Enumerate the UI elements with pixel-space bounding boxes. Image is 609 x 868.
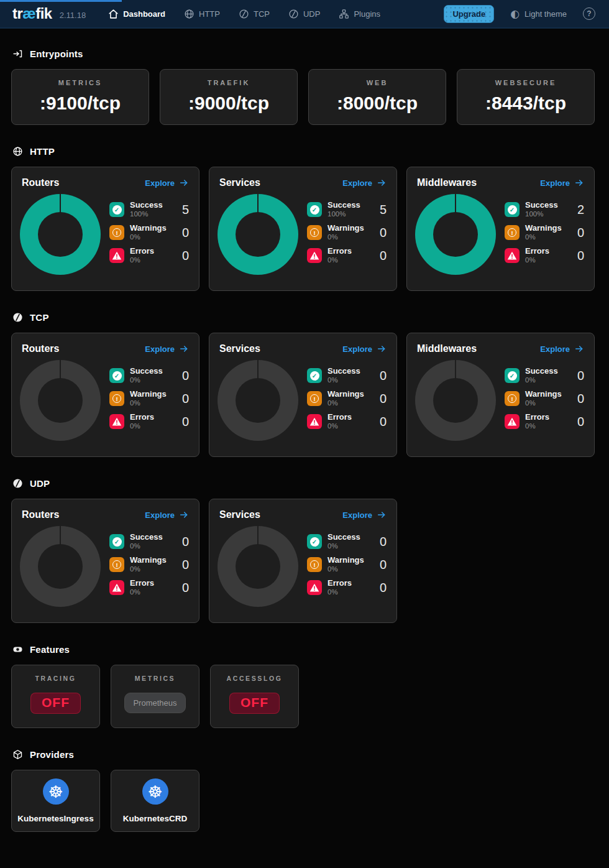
legend-percent: 0% <box>327 233 364 241</box>
nav-label: TCP <box>254 9 270 19</box>
nav-item-plugins[interactable]: Plugins <box>339 9 380 19</box>
nav-item-dashboard[interactable]: Dashboard <box>108 9 165 19</box>
explore-link[interactable]: Explore <box>342 178 387 188</box>
arrow-right-icon <box>377 178 387 188</box>
legend-percent: 0% <box>327 376 360 384</box>
legend-count: 0 <box>182 581 189 595</box>
legend-count: 5 <box>182 203 189 217</box>
toggle-icon <box>12 644 23 655</box>
top-navbar: træfik 2.11.18 Dashboard HTTP TCP UDP Pl… <box>0 0 609 29</box>
theme-toggle[interactable]: ◐ Light theme <box>510 7 567 20</box>
entrypoint-card: METRICS :9100/tcp <box>11 69 149 125</box>
donut-chart <box>415 194 496 275</box>
feature-card-accesslog: ACCESSLOG OFF <box>210 665 299 728</box>
nav-item-udp[interactable]: UDP <box>288 9 320 19</box>
error-icon <box>307 248 322 263</box>
feature-status-badge: OFF <box>229 693 280 714</box>
card-title: Routers <box>22 509 59 520</box>
success-icon: ✓ <box>307 202 322 217</box>
explore-label: Explore <box>342 178 372 188</box>
legend-row-success: ✓ Success 0% 0 <box>307 367 387 384</box>
arrow-right-icon <box>574 344 584 354</box>
legend-row-errors: Errors 0% 0 <box>109 247 189 264</box>
legend-row-success: ✓ Success 0% 0 <box>109 533 189 550</box>
error-icon <box>109 414 124 429</box>
legend-count: 0 <box>182 369 189 383</box>
legend-percent: 0% <box>327 256 352 264</box>
explore-link[interactable]: Explore <box>145 510 189 520</box>
nav-item-http[interactable]: HTTP <box>184 9 220 19</box>
error-icon <box>307 580 322 595</box>
legend-label: Errors <box>327 247 352 256</box>
tcp-icon <box>12 312 23 323</box>
entrypoint-card: WEB :8000/tcp <box>308 69 446 125</box>
panel-card: Middlewares Explore ✓ Success 0% 0 ! <box>406 333 595 457</box>
section-title: TCP <box>30 312 49 323</box>
donut-chart <box>218 526 298 607</box>
card-title: Middlewares <box>417 343 477 354</box>
help-button[interactable]: ? <box>583 7 595 20</box>
legend-percent: 0% <box>327 565 364 573</box>
legend-percent: 0% <box>327 399 364 407</box>
provider-name: KubernetesIngress <box>17 814 93 823</box>
legend: ✓ Success 100% 2 ! Warnings 0% 0 <box>505 201 584 275</box>
success-icon: ✓ <box>505 202 520 217</box>
legend-percent: 0% <box>327 542 360 550</box>
explore-label: Explore <box>540 344 570 354</box>
explore-link[interactable]: Explore <box>540 344 584 354</box>
loading-bar <box>0 0 122 2</box>
udp-cards-row: Routers Explore ✓ Success 0% 0 ! <box>11 499 598 623</box>
legend-percent: 0% <box>525 399 562 407</box>
explore-link[interactable]: Explore <box>145 344 189 354</box>
legend-percent: 0% <box>525 376 558 384</box>
entrypoint-port: :8443/tcp <box>485 86 566 124</box>
legend-row-errors: Errors 0% 0 <box>307 247 387 264</box>
udp-icon <box>288 9 299 19</box>
dashboard-page: Entrypoints METRICS :9100/tcp TRAEFIK :9… <box>0 48 609 832</box>
explore-link[interactable]: Explore <box>342 344 387 354</box>
legend-label: Warnings <box>130 224 167 233</box>
legend-row-errors: Errors 0% 0 <box>109 413 189 430</box>
legend-count: 0 <box>577 392 584 406</box>
question-icon: ? <box>587 9 591 18</box>
nav-label: Dashboard <box>123 9 165 19</box>
card-title: Middlewares <box>417 177 477 188</box>
explore-link[interactable]: Explore <box>540 178 584 188</box>
card-title: Services <box>219 509 260 520</box>
arrow-right-icon <box>574 178 584 188</box>
provider-name: KubernetesCRD <box>123 814 188 823</box>
tcp-cards-row: Routers Explore ✓ Success 0% 0 ! <box>11 333 598 457</box>
globe-icon <box>12 146 23 157</box>
explore-link[interactable]: Explore <box>145 178 189 188</box>
tcp-icon <box>239 9 249 19</box>
card-title: Services <box>219 343 260 354</box>
legend-row-warnings: ! Warnings 0% 0 <box>307 224 387 241</box>
arrow-right-icon <box>179 344 189 354</box>
section-title: HTTP <box>30 146 55 157</box>
entrypoint-card: WEBSECURE :8443/tcp <box>457 69 595 125</box>
http-cards-row: Routers Explore ✓ Success 100% 5 ! <box>11 167 598 291</box>
legend-row-success: ✓ Success 0% 0 <box>505 367 584 384</box>
legend-row-warnings: ! Warnings 0% 0 <box>307 390 387 407</box>
arrow-right-icon <box>377 344 387 354</box>
explore-label: Explore <box>342 510 372 520</box>
upgrade-button[interactable]: Upgrade <box>444 5 494 23</box>
legend: ✓ Success 0% 0 ! Warnings 0% 0 <box>109 533 189 607</box>
package-icon <box>12 749 23 760</box>
donut-chart <box>20 194 101 275</box>
traefik-logo: træfik <box>12 5 52 22</box>
nav-item-tcp[interactable]: TCP <box>239 9 270 19</box>
legend-percent: 100% <box>525 210 558 218</box>
panel-card: Routers Explore ✓ Success 100% 5 ! <box>11 167 199 291</box>
legend-count: 0 <box>380 369 387 383</box>
legend-label: Success <box>130 201 163 210</box>
explore-link[interactable]: Explore <box>342 510 387 520</box>
donut-chart <box>20 526 101 607</box>
legend-label: Errors <box>525 413 549 422</box>
legend-count: 0 <box>380 392 387 406</box>
udp-icon <box>12 478 23 489</box>
provider-card-kubernetes-crd: ☸ KubernetesCRD <box>111 770 199 832</box>
legend-count: 0 <box>380 249 387 263</box>
card-title: Routers <box>22 343 59 354</box>
donut-chart <box>415 360 496 441</box>
